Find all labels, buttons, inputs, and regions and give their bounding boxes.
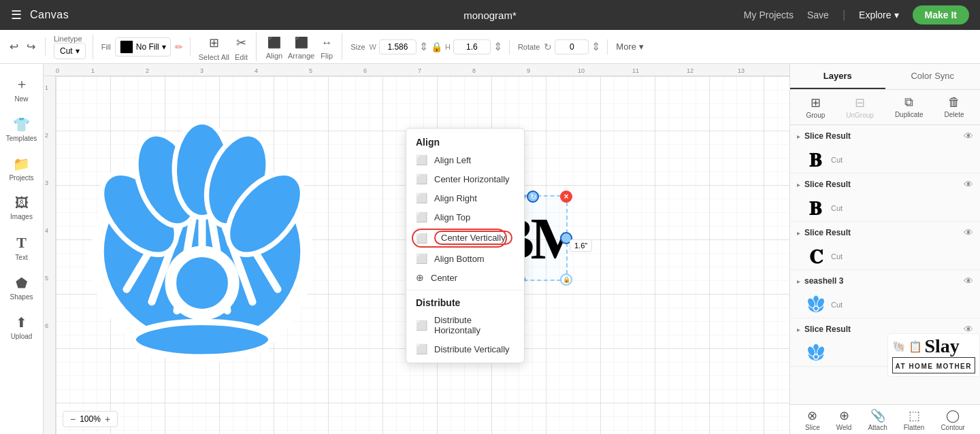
align-left-item[interactable]: ⬜ Align Left: [406, 150, 524, 169]
center-vertically-item[interactable]: ⬜ Center Vertically: [406, 227, 524, 249]
layer-header-3[interactable]: ▸ Slice Result 👁: [790, 222, 980, 244]
my-projects-link[interactable]: My Projects: [744, 10, 794, 20]
projects-icon: 📁: [13, 156, 30, 172]
tab-layers[interactable]: Layers: [790, 64, 885, 89]
distribute-v-item[interactable]: ⬜ Distribute Vertically: [406, 339, 524, 358]
align-bottom-label: Align Bottom: [434, 254, 485, 264]
rotate-group: Rotate ↻ ⇕: [518, 39, 608, 54]
align-top-icon: ⬜: [416, 212, 427, 222]
explore-button[interactable]: Explore ▾: [859, 10, 898, 20]
sidebar-item-new[interactable]: ＋ New: [3, 69, 41, 108]
svg-text:5: 5: [45, 275, 48, 282]
svg-text:12: 12: [687, 67, 693, 74]
flip-button[interactable]: ↔: [318, 34, 335, 52]
make-it-button[interactable]: Make It: [913, 5, 969, 24]
contour-label: Contour: [941, 424, 965, 431]
duplicate-label: Duplicate: [895, 111, 924, 118]
app-title: Canvas: [30, 9, 69, 21]
svg-text:0: 0: [56, 67, 59, 74]
flatten-button[interactable]: ⬚ Flatten: [904, 408, 925, 431]
slice-button[interactable]: ⊗ Slice: [805, 408, 820, 431]
layer-header-seashell[interactable]: ▸ seashell 3 👁: [790, 270, 980, 292]
center-v-icon: ⬜: [416, 233, 427, 244]
attach-button[interactable]: 📎 Attach: [868, 408, 887, 431]
pencil-icon[interactable]: ✏: [175, 41, 183, 52]
contour-button[interactable]: ◯ Contour: [941, 408, 965, 431]
align-right-label: Align Right: [434, 193, 477, 203]
align-title: Align: [406, 133, 524, 150]
tab-color-sync[interactable]: Color Sync: [885, 64, 981, 89]
slay-sub-text: AT HOME MOTHER: [892, 357, 975, 373]
more-button[interactable]: More ▾: [616, 41, 644, 52]
layers-list: ▸ Slice Result 👁 𝐁 Cut ▸ Slice Result 👁: [790, 125, 980, 404]
zoom-controls: − 100% +: [63, 411, 118, 427]
ruler-vertical: 1 2 3 4 5 6: [44, 76, 56, 434]
slice-icon: ⊗: [807, 408, 817, 423]
height-input[interactable]: [453, 39, 491, 54]
align-top-item[interactable]: ⬜ Align Top: [406, 207, 524, 227]
handle-lock[interactable]: 🔒: [560, 273, 572, 286]
group-button[interactable]: ⊞ Group: [806, 95, 826, 119]
width-input[interactable]: [379, 39, 416, 54]
sidebar-item-upload[interactable]: ⬆ Upload: [3, 309, 41, 346]
handle-close[interactable]: ×: [560, 190, 572, 203]
sidebar-item-text[interactable]: T Text: [3, 229, 41, 267]
new-icon: ＋: [15, 75, 29, 93]
hamburger-icon[interactable]: ☰: [11, 7, 22, 22]
upload-icon: ⬆: [16, 314, 27, 331]
distribute-h-item[interactable]: ⬜ Distribute Horizontally: [406, 311, 524, 339]
align-button[interactable]: ⬛: [265, 33, 284, 52]
undo-button[interactable]: ↩: [7, 37, 21, 56]
save-link[interactable]: Save: [807, 10, 829, 20]
linetype-select[interactable]: Cut ▾: [54, 43, 86, 59]
center-icon: ⊕: [416, 272, 424, 283]
sidebar-item-images[interactable]: 🖼 Images: [3, 190, 41, 226]
sidebar-item-shapes[interactable]: ⬟ Shapes: [3, 269, 41, 306]
svg-text:9: 9: [527, 67, 530, 74]
weld-button[interactable]: ⊕ Weld: [836, 408, 852, 431]
redo-button[interactable]: ↪: [24, 37, 38, 56]
sidebar-item-templates[interactable]: 👕 Templates: [3, 111, 41, 148]
rotate-input[interactable]: [555, 39, 589, 54]
attach-label: Attach: [868, 424, 887, 431]
arrange-button[interactable]: ⬛: [292, 33, 311, 52]
svg-text:6: 6: [363, 67, 367, 74]
zoom-out-button[interactable]: −: [70, 414, 76, 424]
layer-group-slice-result-2: ▸ Slice Result 👁 𝐁 Cut: [790, 173, 980, 222]
slay-watermark: 🐚 📋 Slay AT HOME MOTHER: [887, 333, 980, 377]
zoom-in-button[interactable]: +: [105, 414, 110, 424]
fill-button[interactable]: No Fill ▾: [115, 37, 171, 56]
handle-rotate[interactable]: ↻: [527, 190, 539, 203]
svg-text:6: 6: [45, 322, 48, 329]
layer-eye-2[interactable]: 👁: [964, 179, 973, 190]
duplicate-icon: ⧉: [904, 95, 913, 110]
layer-header-1[interactable]: ▸ Slice Result 👁: [790, 125, 980, 147]
zoom-level: 100%: [80, 414, 101, 424]
layer-eye-1[interactable]: 👁: [964, 131, 973, 141]
align-right-item[interactable]: ⬜ Align Right: [406, 188, 524, 207]
images-icon: 🖼: [15, 195, 29, 211]
layer-item-1: 𝐁 Cut: [790, 147, 980, 173]
center-horizontally-item[interactable]: ⬜ Center Horizontally: [406, 169, 524, 188]
group-icon: ⊞: [811, 95, 821, 110]
lock-icon[interactable]: 🔒: [431, 41, 442, 52]
select-all-group: ⊞ Select All ✂ Edit: [199, 33, 257, 61]
delete-button[interactable]: 🗑 Delete: [945, 95, 964, 119]
flatten-icon: ⬚: [909, 408, 920, 423]
top-nav: ☰ Canvas monogram* My Projects Save | Ex…: [0, 0, 980, 30]
ungroup-button[interactable]: ⊟ UnGroup: [846, 95, 874, 119]
center-h-icon: ⬜: [416, 173, 427, 184]
edit-button[interactable]: ✂: [233, 33, 249, 53]
layer-header-2[interactable]: ▸ Slice Result 👁: [790, 173, 980, 195]
layer-eye-3[interactable]: 👁: [964, 227, 973, 238]
select-all-button[interactable]: ⊞: [206, 33, 222, 53]
center-item[interactable]: ⊕ Center: [406, 268, 524, 287]
undo-redo-group: ↩ ↪: [7, 37, 46, 56]
layer-eye-seashell[interactable]: 👁: [964, 276, 973, 286]
seashell-object[interactable]: [76, 90, 328, 375]
duplicate-button[interactable]: ⧉ Duplicate: [895, 95, 924, 119]
align-bottom-item[interactable]: ⬜ Align Bottom: [406, 249, 524, 268]
layer-type-2: Cut: [831, 204, 843, 212]
canvas-area[interactable]: 0 1 2 3 4 5 6 7 8 9 10 11 12 13 1 2 3: [44, 64, 789, 434]
sidebar-item-projects[interactable]: 📁 Projects: [3, 150, 41, 187]
